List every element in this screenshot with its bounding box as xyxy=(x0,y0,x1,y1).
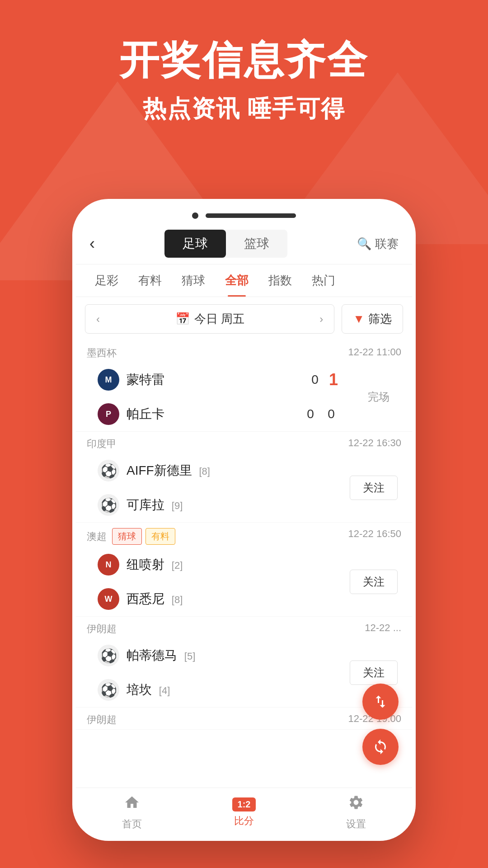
finished-label: 完场 xyxy=(368,391,389,403)
search-area[interactable]: 🔍 联赛 xyxy=(357,236,399,252)
switch-icon xyxy=(372,693,389,710)
score-area-pachuca: 0 0 xyxy=(304,407,338,421)
home-icon xyxy=(124,794,140,815)
hero-section: 开奖信息齐全 热点资讯 唾手可得 xyxy=(0,0,488,125)
date-display: 📅 今日 周五 xyxy=(175,311,244,327)
section-header-iran2: 伊朗超 12-22 19:00 xyxy=(76,708,412,729)
team-logo-kerala: ⚽ xyxy=(98,494,119,516)
sub-nav-hot[interactable]: 热门 xyxy=(302,264,345,297)
soccer-ball-icon4: ⚽ xyxy=(100,682,117,698)
halftime-score-pachuca: 0 xyxy=(304,407,317,421)
match-row-njfc: N 纽喷射 [2] xyxy=(87,547,350,582)
nav-item-home[interactable]: 首页 xyxy=(76,794,188,831)
match-status-finished: 完场 xyxy=(356,390,401,404)
back-button[interactable]: ‹ xyxy=(89,234,95,253)
section-header-iran1: 伊朗超 12-22 ... xyxy=(76,617,412,638)
section-header-aleague: 澳超 猜球 有料 12-22 16:50 xyxy=(76,523,412,547)
sub-nav-cai[interactable]: 足彩 xyxy=(85,264,128,297)
date-prev-button[interactable]: ‹ xyxy=(96,313,100,326)
app-header: ‹ 足球 篮球 🔍 联赛 xyxy=(76,223,412,264)
rank-padideh: [5] xyxy=(184,651,195,662)
team-name-monterrey: 蒙特雷 xyxy=(127,371,308,388)
league-mexico: 墨西杯 xyxy=(87,346,117,360)
phone-frame: ‹ 足球 篮球 🔍 联赛 足彩 有料 猜球 全部 指数 热门 ‹ 📅 xyxy=(72,199,416,841)
date-label: 今日 周五 xyxy=(194,311,244,327)
soccer-ball-icon: ⚽ xyxy=(100,463,117,479)
team-logo-padideh: ⚽ xyxy=(98,645,119,666)
fab-refresh-button[interactable] xyxy=(362,729,399,765)
settings-icon xyxy=(348,794,364,815)
team-logo-njfc: N xyxy=(98,554,119,576)
phone-speaker xyxy=(206,213,296,218)
soccer-ball-icon2: ⚽ xyxy=(100,497,117,513)
score-badge: 1:2 xyxy=(232,797,256,811)
team-name-kerala: 可库拉 [9] xyxy=(127,496,339,514)
date-navigator: ‹ 📅 今日 周五 › xyxy=(85,304,334,334)
sport-tab-toggle: 足球 篮球 xyxy=(164,230,287,258)
team-logo-pachuca: P xyxy=(98,403,119,425)
league-iran2: 伊朗超 xyxy=(87,713,117,726)
filter-label: 筛选 xyxy=(368,311,392,327)
nav-item-score[interactable]: 1:2 比分 xyxy=(188,797,300,828)
sub-nav-guess[interactable]: 猜球 xyxy=(172,264,215,297)
rank-wsw: [8] xyxy=(172,594,183,605)
team-name-wsw: 西悉尼 [8] xyxy=(127,590,339,608)
rank-peykan: [4] xyxy=(159,685,170,696)
fulltime-score-monterrey: 1 xyxy=(329,370,338,389)
nav-item-settings[interactable]: 设置 xyxy=(300,794,412,831)
score-area-monterrey: 0 1 xyxy=(308,370,338,389)
sub-nav-youliao[interactable]: 有料 xyxy=(128,264,172,297)
league-aleague: 澳超 xyxy=(87,530,107,543)
phone-mockup: ‹ 足球 篮球 🔍 联赛 足彩 有料 猜球 全部 指数 热门 ‹ 📅 xyxy=(72,199,416,841)
match-row-monterrey: M 蒙特雷 0 1 xyxy=(87,363,356,397)
team-logo-aiff: ⚽ xyxy=(98,460,119,481)
halftime-score-monterrey: 0 xyxy=(308,373,322,387)
tab-football[interactable]: 足球 xyxy=(164,230,226,258)
main-title: 开奖信息齐全 xyxy=(0,36,488,84)
phone-notch xyxy=(76,203,412,223)
nav-label-home: 首页 xyxy=(122,817,142,831)
follow-button-india[interactable]: 关注 xyxy=(350,476,398,500)
match-section-iran1: 伊朗超 12-22 ... ⚽ 帕蒂德马 [5] ⚽ 培坎 [4 xyxy=(76,617,412,708)
team-name-pachuca: 帕丘卡 xyxy=(127,406,304,423)
match-row-padideh: ⚽ 帕蒂德马 [5] xyxy=(87,638,350,673)
time-india: 12-22 16:30 xyxy=(348,437,401,451)
team-name-padideh: 帕蒂德马 [5] xyxy=(127,647,339,664)
team-name-peykan: 培坎 [4] xyxy=(127,681,339,698)
follow-button-iran1[interactable]: 关注 xyxy=(350,660,398,685)
nav-label-score: 比分 xyxy=(234,814,254,828)
filter-button[interactable]: ▼ 筛选 xyxy=(342,304,403,334)
bottom-navigation: 首页 1:2 比分 设置 xyxy=(76,788,412,837)
match-section-mexico: 墨西杯 12-22 11:00 M 蒙特雷 0 1 P 帕丘卡 xyxy=(76,341,412,432)
match-row-pachuca: P 帕丘卡 0 0 xyxy=(87,397,356,431)
section-header-india: 印度甲 12-22 16:30 xyxy=(76,432,412,453)
follow-button-aleague[interactable]: 关注 xyxy=(350,570,398,594)
phone-camera xyxy=(192,212,198,219)
time-iran1: 12-22 ... xyxy=(365,622,401,636)
time-aleague: 12-22 16:50 xyxy=(348,528,401,545)
soccer-ball-icon3: ⚽ xyxy=(100,648,117,664)
rank-kerala: [9] xyxy=(172,500,183,511)
match-row-peykan: ⚽ 培坎 [4] xyxy=(87,673,350,707)
nav-label-settings: 设置 xyxy=(346,817,366,831)
sub-nav-all[interactable]: 全部 xyxy=(215,264,258,297)
rank-aiff: [8] xyxy=(199,466,210,477)
sub-navigation: 足彩 有料 猜球 全部 指数 热门 xyxy=(76,264,412,297)
date-bar: ‹ 📅 今日 周五 › ▼ 筛选 xyxy=(76,297,412,341)
team-logo-wsw: W xyxy=(98,588,119,610)
filter-icon: ▼ xyxy=(353,312,365,326)
team-name-njfc: 纽喷射 [2] xyxy=(127,556,339,573)
rank-njfc: [2] xyxy=(172,560,183,571)
team-logo-monterrey: M xyxy=(98,369,119,391)
tag-info: 有料 xyxy=(145,528,175,545)
tag-guess: 猜球 xyxy=(112,528,142,545)
fulltime-score-pachuca: 0 xyxy=(324,407,338,421)
match-section-iran2: 伊朗超 12-22 19:00 xyxy=(76,708,412,730)
fab-container xyxy=(362,684,399,765)
sub-nav-index[interactable]: 指数 xyxy=(258,264,302,297)
date-next-button[interactable]: › xyxy=(319,313,323,326)
league-iran1: 伊朗超 xyxy=(87,622,117,636)
fab-switch-button[interactable] xyxy=(362,684,399,720)
match-row-aiff: ⚽ AIFF新德里 [8] xyxy=(87,453,350,488)
tab-basketball[interactable]: 篮球 xyxy=(226,230,287,258)
